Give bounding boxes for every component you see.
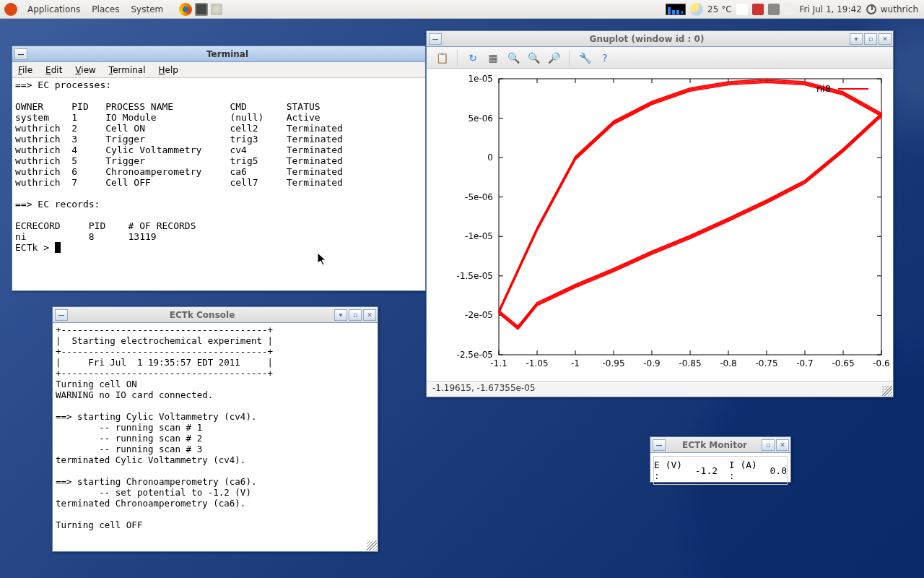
maximize-button[interactable]: ▫ (349, 309, 362, 321)
window-menu-button[interactable]: — (653, 439, 666, 451)
svg-text:-0.7: -0.7 (796, 358, 813, 368)
menu-help[interactable]: Help (153, 64, 184, 77)
maximize-button[interactable]: ▫ (762, 439, 775, 451)
settings-icon[interactable]: 🔧 (577, 50, 593, 66)
network-icon[interactable] (768, 4, 780, 15)
replot-icon[interactable]: ↻ (465, 50, 481, 66)
close-button[interactable]: ✕ (363, 309, 376, 321)
clipboard-icon[interactable]: 📋 (434, 50, 450, 66)
zoom-prev-icon[interactable]: 🔍 (505, 50, 521, 66)
monitor-title: ECTk Monitor (668, 440, 762, 450)
system-tray: 25 °C Fri Jul 1, 19:42 wuthrich (666, 3, 924, 16)
ectk-monitor-window: — ECTk Monitor ▫ ✕ E (V) : -1.2 I (A) : … (650, 436, 791, 483)
close-button[interactable]: ✕ (776, 439, 789, 451)
cursor-coords: -1.19615, -1.67355e-05 (432, 383, 536, 393)
value-i: 0.0 (770, 465, 787, 476)
minimize-button[interactable]: ▾ (850, 33, 863, 45)
gnuplot-titlebar[interactable]: — Gnuplot (window id : 0) ▾ ▫ ✕ (427, 31, 893, 47)
svg-text:-0.65: -0.65 (832, 358, 854, 368)
gnuplot-title: Gnuplot (window id : 0) (444, 34, 850, 44)
clock-text[interactable]: Fri Jul 1, 19:42 (800, 4, 862, 14)
terminal-window: — Terminal File Edit View Terminal Help … (12, 46, 426, 291)
menu-terminal[interactable]: Terminal (103, 64, 152, 77)
ectk-console-window: — ECTk Console ▾ ▫ ✕ +------------------… (52, 306, 378, 552)
gnome-panel: Applications Places System 25 °C Fri Jul… (0, 0, 924, 19)
system-monitor-icon[interactable] (666, 4, 686, 15)
user-name[interactable]: wuthrich (881, 4, 918, 14)
svg-rect-0 (499, 79, 881, 355)
svg-text:-2e-05: -2e-05 (465, 310, 493, 320)
plot-svg: -1.1-1.05-1-0.95-0.9-0.85-0.8-0.75-0.7-0… (427, 69, 893, 379)
svg-text:5e-06: 5e-06 (468, 113, 493, 124)
svg-text:0: 0 (487, 152, 493, 163)
monitor-titlebar[interactable]: — ECTk Monitor ▫ ✕ (650, 437, 790, 453)
ectk-titlebar[interactable]: — ECTk Console ▾ ▫ ✕ (53, 307, 378, 323)
system-menu[interactable]: System (125, 4, 169, 14)
label-i: I (A) : (729, 460, 759, 481)
power-icon[interactable] (866, 4, 876, 14)
svg-text:-0.85: -0.85 (679, 358, 701, 368)
svg-text:-0.6: -0.6 (873, 358, 889, 368)
svg-text:-2.5e-05: -2.5e-05 (457, 350, 493, 360)
menu-file[interactable]: File (12, 64, 38, 77)
svg-text:-1: -1 (571, 358, 580, 368)
minimize-button[interactable]: ▾ (334, 309, 347, 321)
svg-text:-0.75: -0.75 (755, 358, 777, 368)
monitor-body: E (V) : -1.2 I (A) : 0.0 (653, 456, 788, 485)
unzoom-icon[interactable]: 🔎 (546, 50, 562, 66)
close-button[interactable]: ✕ (879, 33, 892, 45)
terminal-titlebar[interactable]: — Terminal (12, 46, 425, 62)
terminal-title: Terminal (30, 49, 425, 59)
gnuplot-statusbar: -1.19615, -1.67355e-05 (427, 381, 893, 397)
svg-text:-5e-06: -5e-06 (465, 192, 493, 202)
terminal-content[interactable]: ==> EC processes: OWNER PID PROCESS NAME… (12, 78, 425, 290)
svg-text:-0.8: -0.8 (720, 358, 736, 368)
window-menu-button[interactable]: — (14, 48, 27, 60)
app-launcher-icon[interactable] (211, 4, 222, 15)
help-icon[interactable]: ? (597, 50, 613, 66)
menu-edit[interactable]: Edit (40, 64, 68, 77)
places-menu[interactable]: Places (86, 4, 125, 14)
weather-icon[interactable] (690, 3, 703, 16)
grid-icon[interactable]: ▦ (485, 50, 501, 66)
svg-text:-1.05: -1.05 (526, 358, 548, 368)
resize-handle[interactable] (882, 386, 892, 396)
ubuntu-logo-icon (4, 3, 17, 16)
svg-text:ni8: ni8 (816, 83, 831, 94)
firefox-icon[interactable] (179, 3, 192, 16)
ectk-console-content[interactable]: +--------------------------------------+… (53, 323, 378, 551)
window-menu-button[interactable]: — (429, 33, 442, 45)
window-menu-button[interactable]: — (55, 309, 68, 321)
plot-area[interactable]: -1.1-1.05-1-0.95-0.9-0.85-0.8-0.75-0.7-0… (427, 69, 893, 381)
value-e: -1.2 (695, 465, 718, 476)
svg-text:-1e-05: -1e-05 (465, 231, 493, 241)
gnuplot-window: — Gnuplot (window id : 0) ▾ ▫ ✕ 📋 ↻ ▦ 🔍 … (426, 30, 894, 397)
resize-handle[interactable] (367, 540, 377, 551)
menu-view[interactable]: View (69, 64, 101, 77)
label-e: E (V) : (654, 460, 684, 481)
svg-text:-0.95: -0.95 (602, 358, 624, 368)
maximize-button[interactable]: ▫ (864, 33, 877, 45)
svg-text:-1.1: -1.1 (490, 358, 507, 368)
terminal-launcher-icon[interactable] (195, 3, 208, 16)
gnuplot-toolbar: 📋 ↻ ▦ 🔍 🔍 🔎 🔧 ? (427, 47, 893, 69)
svg-text:1e-05: 1e-05 (468, 74, 493, 84)
svg-text:-1.5e-05: -1.5e-05 (457, 271, 493, 281)
zoom-next-icon[interactable]: 🔍 (526, 50, 541, 66)
svg-text:-0.9: -0.9 (643, 358, 660, 368)
terminal-menubar: File Edit View Terminal Help (12, 62, 425, 78)
volume-icon[interactable] (784, 4, 796, 15)
applications-menu[interactable]: Applications (22, 4, 86, 14)
update-icon[interactable] (752, 4, 764, 15)
temperature-text: 25 °C (707, 4, 731, 14)
mail-icon[interactable] (736, 4, 748, 15)
ectk-title: ECTk Console (70, 310, 334, 320)
